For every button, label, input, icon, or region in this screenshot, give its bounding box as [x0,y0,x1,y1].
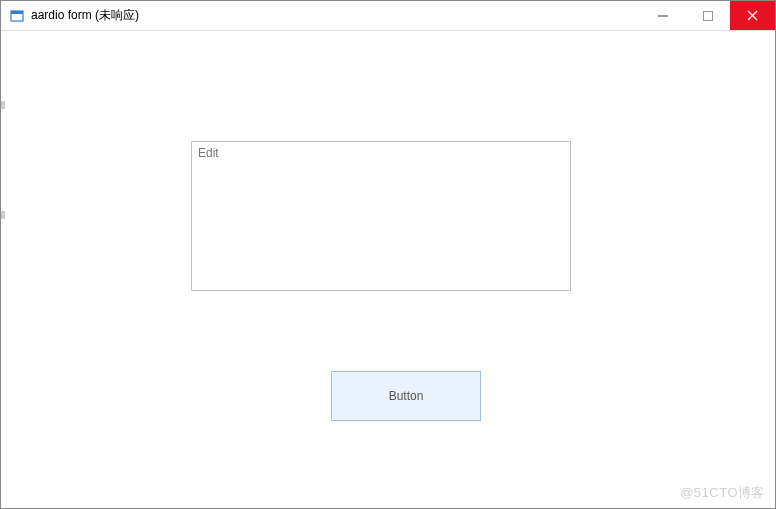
left-edge [1,31,5,508]
window-title: aardio form (未响应) [31,7,139,24]
svg-rect-3 [703,11,712,20]
maximize-button[interactable] [685,1,730,30]
window-icon [9,8,25,24]
svg-rect-1 [11,11,23,14]
main-button[interactable]: Button [331,371,481,421]
titlebar[interactable]: aardio form (未响应) [1,1,775,31]
application-window: aardio form (未响应) [0,0,776,509]
window-controls [640,1,775,30]
edit-textarea[interactable] [191,141,571,291]
svg-line-5 [748,11,757,20]
minimize-button[interactable] [640,1,685,30]
close-button[interactable] [730,1,775,30]
svg-line-4 [748,11,757,20]
client-area: Button @51CTO博客 [1,31,775,508]
watermark: @51CTO博客 [680,484,765,502]
